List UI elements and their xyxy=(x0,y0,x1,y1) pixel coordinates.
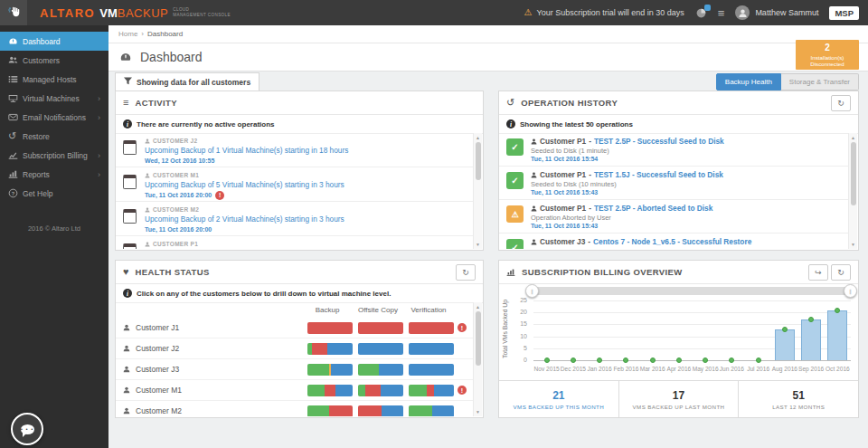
sidebar-item-managed-hosts[interactable]: Managed Hosts xyxy=(0,70,108,89)
scroll-up-icon[interactable]: ▲ xyxy=(474,135,482,140)
error-icon: ! xyxy=(215,191,224,200)
operation-history-scrollbar[interactable]: ▲ ▼ xyxy=(848,133,857,249)
scroll-down-icon[interactable]: ▼ xyxy=(849,242,857,247)
operation-date: Tue, 11 Oct 2016 15:43 xyxy=(531,189,723,195)
operation-link[interactable]: TEST 2.5P - Successful Seed to Disk xyxy=(594,137,724,146)
activity-scrollbar[interactable]: ▲ ▼ xyxy=(473,133,482,249)
sidebar-item-dashboard[interactable]: Dashboard xyxy=(0,32,108,51)
status-icon: ✓ xyxy=(506,239,524,249)
chart-data-point[interactable] xyxy=(756,357,761,363)
sidebar-item-label: Dashboard xyxy=(23,37,61,46)
operation-item[interactable]: ✓ Customer P1-TEST 2.5P - Successful See… xyxy=(499,133,849,167)
scrollbar-thumb[interactable] xyxy=(476,311,481,366)
activity-text: Upcoming Backup of 5 Virtual Machine(s) … xyxy=(145,180,344,189)
chart-data-point[interactable] xyxy=(571,357,576,363)
customer-name: Customer J3 xyxy=(123,365,302,374)
health-row[interactable]: Customer J2 ! xyxy=(116,338,474,359)
operation-detail: Seeded to Disk (10 minutes) xyxy=(531,180,723,188)
refresh-button[interactable]: ↻ xyxy=(831,264,851,281)
customer-filter-button[interactable]: Showing data for all customers xyxy=(115,72,259,92)
chart-data-point[interactable] xyxy=(623,357,628,363)
chart-bar[interactable] xyxy=(775,329,795,360)
operation-item[interactable]: ⚠ Customer P1-TEST 2.5P - Aborted Seed t… xyxy=(499,200,849,234)
operation-item[interactable]: ✓ Customer P1-TEST 1.5J - Successful See… xyxy=(499,167,849,200)
stat-vms-this-month[interactable]: 21 VMS BACKED UP THIS MONTH xyxy=(499,381,618,417)
chart-data-point[interactable] xyxy=(782,327,788,332)
sidebar-item-label: Reports xyxy=(23,170,50,179)
activity-text: Upcoming Backup of 2 Virtual Machine(s) … xyxy=(145,249,344,250)
tab-backup-health[interactable]: Backup Health xyxy=(716,73,781,91)
health-scrollbar[interactable]: ▲ ▼ xyxy=(473,302,482,416)
scrollbar-thumb[interactable] xyxy=(476,142,481,180)
activity-customer: CUSTOMER M2 xyxy=(145,206,344,213)
scroll-up-icon[interactable]: ▲ xyxy=(849,135,857,140)
scroll-up-icon[interactable]: ▲ xyxy=(474,304,482,310)
activity-item[interactable]: CUSTOMER P1 Upcoming Backup of 2 Virtual… xyxy=(116,236,474,249)
calendar-icon xyxy=(123,140,137,155)
backup-health-bar xyxy=(307,385,353,396)
slider-handle-left[interactable]: ∥ xyxy=(525,284,539,298)
operation-link[interactable]: Centos 7 - Node 1_v6.5 - Successful Rest… xyxy=(593,237,751,246)
sidebar-item-label: Subscription Billing xyxy=(23,151,88,160)
chart-data-point[interactable] xyxy=(650,357,656,363)
refresh-button[interactable]: ↻ xyxy=(831,95,851,111)
sidebar-item-subscription-billing[interactable]: Subscription Billing › xyxy=(0,146,108,165)
trial-warning[interactable]: ⚠ Your Subscription trial will end in 30… xyxy=(524,8,684,17)
sidebar-item-get-help[interactable]: ? Get Help xyxy=(0,184,108,203)
chevron-right-icon: › xyxy=(98,113,100,122)
operation-link[interactable]: TEST 1.5J - Successful Seed to Disk xyxy=(594,170,723,179)
breadcrumb-home[interactable]: Home xyxy=(118,30,137,38)
operation-item[interactable]: ✓ Customer J3-Centos 7 - Node 1_v6.5 - S… xyxy=(499,234,849,249)
activity-item[interactable]: CUSTOMER J2 Upcoming Backup of 1 Virtual… xyxy=(116,133,474,167)
chart-data-point[interactable] xyxy=(597,357,602,363)
user-menu[interactable]: Matthew Sammut xyxy=(735,5,818,20)
msp-badge[interactable]: MSP xyxy=(829,6,859,20)
sidebar-item-virtual-machines[interactable]: Virtual Machines › xyxy=(0,89,108,108)
health-rows: Customer J1 ! Customer J2 ! Customer J3 … xyxy=(116,318,474,416)
chat-button[interactable]: • • • xyxy=(11,413,43,445)
backup-health-bar xyxy=(307,322,353,334)
health-row[interactable]: Customer M1 ! xyxy=(116,380,474,401)
sidebar-item-customers[interactable]: Customers xyxy=(0,51,108,70)
menu-toggle-button[interactable] xyxy=(0,0,27,25)
scroll-down-icon[interactable]: ▼ xyxy=(474,409,482,415)
activity-date: Wed, 12 Oct 2016 10:55! xyxy=(145,157,348,166)
dashboard-title-icon xyxy=(119,51,132,63)
sidebar-item-reports[interactable]: Reports › xyxy=(0,165,108,184)
operation-link[interactable]: TEST 2.5P - Aborted Seed to Disk xyxy=(594,204,712,213)
status-pie-icon[interactable] xyxy=(695,7,707,19)
dashboard-icon xyxy=(8,36,23,46)
health-row[interactable]: Customer J1 ! xyxy=(116,318,474,338)
health-row[interactable]: Customer J3 ! xyxy=(116,359,474,380)
stat-last-12-months[interactable]: 51 LAST 12 MONTHS xyxy=(738,381,858,417)
stat-label: LAST 12 MONTHS xyxy=(772,404,825,410)
export-button[interactable]: ↪ xyxy=(808,264,828,281)
chart-bar[interactable] xyxy=(827,310,847,360)
verification-health-bar xyxy=(409,385,454,396)
stat-value: 17 xyxy=(673,389,684,402)
activity-item[interactable]: CUSTOMER M2 Upcoming Backup of 2 Virtual… xyxy=(116,202,474,236)
chart-range-slider[interactable]: ∥ ∥ xyxy=(532,287,851,295)
chart-data-point[interactable] xyxy=(544,357,550,363)
installations-list-icon[interactable]: ≡ xyxy=(718,7,725,19)
scroll-down-icon[interactable]: ▼ xyxy=(474,242,482,247)
sidebar-item-restore[interactable]: ↺ Restore xyxy=(0,127,108,146)
installations-disconnected-badge[interactable]: 2 Installation(s) Disconnected xyxy=(796,40,859,70)
chart-data-point[interactable] xyxy=(703,357,708,363)
sidebar-item-email-notifications[interactable]: Email Notifications › xyxy=(0,108,108,127)
scrollbar-thumb[interactable] xyxy=(851,142,856,205)
page-title: Dashboard xyxy=(140,50,203,64)
tab-storage-transfer[interactable]: Storage & Transfer xyxy=(781,73,859,91)
billing-header: SUBSCRIPTION BILLING OVERVIEW ↪ ↻ xyxy=(499,261,858,284)
stat-vms-last-month[interactable]: 17 VMS BACKED UP LAST MONTH xyxy=(618,381,739,417)
column-backup: Backup xyxy=(302,306,353,314)
health-row[interactable]: Customer M2 ! xyxy=(116,401,474,416)
chart-data-point[interactable] xyxy=(729,357,734,363)
slider-handle-right[interactable]: ∥ xyxy=(844,284,857,298)
chart-data-point[interactable] xyxy=(835,308,840,313)
activity-item[interactable]: CUSTOMER M1 Upcoming Backup of 5 Virtual… xyxy=(116,167,474,202)
chart-data-point[interactable] xyxy=(676,357,682,363)
activity-title: ACTIVITY xyxy=(135,98,176,108)
refresh-button[interactable]: ↻ xyxy=(456,264,476,281)
chart-bar[interactable] xyxy=(801,319,821,360)
